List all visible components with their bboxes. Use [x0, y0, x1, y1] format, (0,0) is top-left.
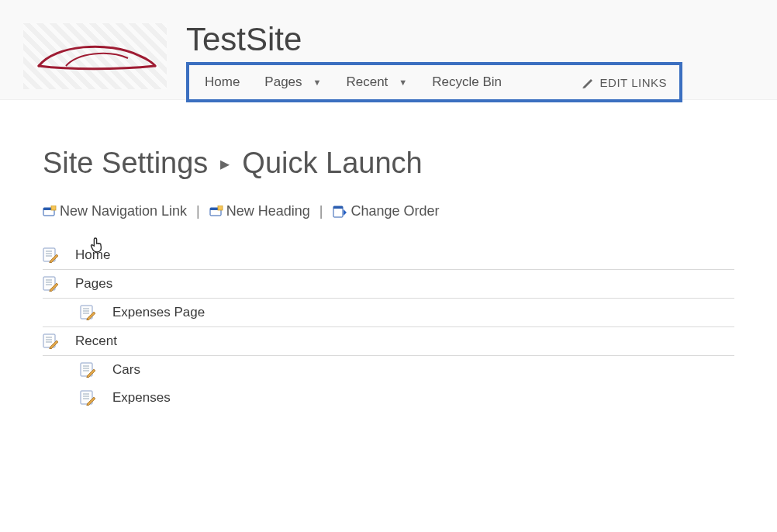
ql-item-cars: Cars — [43, 356, 734, 384]
ql-item-pages: Pages — [43, 270, 734, 299]
link-icon — [43, 206, 57, 218]
site-title[interactable]: TestSite — [186, 23, 682, 56]
chevron-down-icon: ▼ — [313, 78, 322, 87]
ql-toolbar: New Navigation Link | New Heading | Chan… — [43, 203, 734, 219]
topnav-label: Recent — [346, 74, 388, 90]
edit-icon[interactable] — [80, 362, 95, 378]
edit-links-label: EDIT LINKS — [600, 76, 667, 89]
ql-item-recent: Recent — [43, 327, 734, 356]
separator: | — [319, 203, 323, 219]
ql-label[interactable]: Pages — [75, 276, 112, 292]
ql-item-expenses: Expenses — [43, 384, 734, 412]
new-heading-button[interactable]: New Heading — [209, 203, 310, 219]
chevron-down-icon: ▼ — [399, 78, 407, 87]
new-nav-link-button[interactable]: New Navigation Link — [43, 203, 187, 219]
ql-label[interactable]: Expenses Page — [112, 305, 205, 320]
content: Site Settings ▸ Quick Launch New Navigat… — [0, 100, 777, 443]
edit-links-button[interactable]: EDIT LINKS — [577, 76, 672, 89]
ql-label[interactable]: Expenses — [112, 390, 171, 406]
site-logo[interactable] — [23, 23, 167, 89]
ql-label[interactable]: Cars — [112, 362, 140, 378]
ql-item-home: Home — [43, 241, 734, 270]
change-order-button[interactable]: Change Order — [333, 203, 440, 219]
pencil-icon — [582, 76, 594, 88]
ql-label[interactable]: Recent — [75, 333, 117, 349]
breadcrumb: Site Settings ▸ Quick Launch — [43, 147, 734, 180]
edit-icon[interactable] — [43, 247, 58, 263]
top-nav: Home Pages ▼ Recent ▼ Recycle Bin EDIT L… — [186, 62, 682, 102]
ql-item-expenses-page: Expenses Page — [43, 299, 734, 327]
link-icon — [209, 206, 223, 218]
edit-icon[interactable] — [43, 276, 58, 292]
separator: | — [196, 203, 200, 219]
breadcrumb-separator-icon: ▸ — [220, 153, 230, 174]
topnav-home[interactable]: Home — [197, 74, 257, 90]
topnav-label: Recycle Bin — [432, 74, 502, 90]
edit-icon[interactable] — [43, 333, 58, 349]
topnav-recent[interactable]: Recent ▼ — [338, 74, 424, 90]
topnav-pages[interactable]: Pages ▼ — [257, 74, 338, 90]
tool-label: Change Order — [351, 203, 440, 219]
quick-launch-tree: Home Pages Expenses Page Recent Cars Exp… — [43, 241, 734, 412]
tool-label: New Heading — [226, 203, 310, 219]
edit-icon[interactable] — [80, 390, 95, 406]
edit-icon[interactable] — [80, 305, 95, 320]
breadcrumb-parent[interactable]: Site Settings — [43, 147, 208, 180]
breadcrumb-current: Quick Launch — [242, 147, 422, 180]
topnav-recyclebin[interactable]: Recycle Bin — [424, 74, 519, 90]
header: TestSite Home Pages ▼ Recent ▼ Recycle B… — [0, 0, 777, 100]
topnav-label: Pages — [264, 74, 302, 90]
order-icon — [333, 205, 348, 219]
topnav-label: Home — [205, 74, 240, 90]
tool-label: New Navigation Link — [60, 203, 187, 219]
